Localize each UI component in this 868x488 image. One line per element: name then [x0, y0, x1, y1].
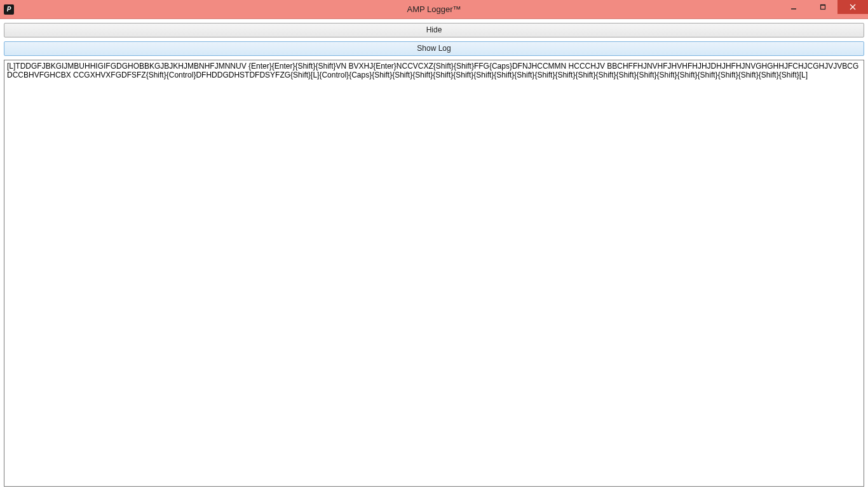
client-area: Hide Show Log [L]TDDGFJBKGIJMBUHHIGIFGDG…: [0, 19, 868, 487]
close-icon: [850, 4, 856, 10]
minimize-icon: [790, 4, 797, 10]
titlebar: P AMP Logger™: [0, 0, 868, 19]
show-log-button[interactable]: Show Log: [4, 41, 864, 56]
app-icon-glyph: P: [7, 6, 11, 13]
minimize-button[interactable]: [779, 0, 808, 14]
window-title: AMP Logger™: [0, 4, 868, 14]
hide-button[interactable]: Hide: [4, 23, 864, 37]
app-icon: P: [4, 4, 14, 15]
maximize-icon: [820, 4, 826, 10]
maximize-button[interactable]: [808, 0, 837, 14]
window-controls: [779, 0, 868, 18]
close-button[interactable]: [837, 0, 868, 14]
log-textarea[interactable]: [L]TDDGFJBKGIJMBUHHIGIFGDGHOBBKGJBJKHJMB…: [4, 60, 864, 487]
